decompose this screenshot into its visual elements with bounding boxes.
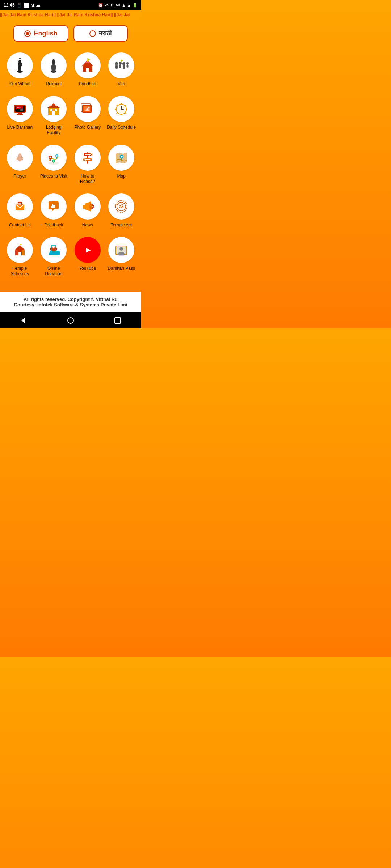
svg-rect-17 xyxy=(115,65,118,69)
gmail-icon: M xyxy=(31,3,34,7)
svg-text:ॐ: ॐ xyxy=(119,204,124,209)
cloud-icon: ☁ xyxy=(36,3,40,8)
status-bar: 12:45 📱 M ☁ ⏰ VoLTE 5G ▲ ▲ 🔋 xyxy=(0,0,141,10)
feedback-icon-circle xyxy=(41,193,67,220)
svg-rect-87 xyxy=(18,203,21,205)
places-icon-circle xyxy=(41,145,67,171)
grid-item-news[interactable]: News xyxy=(71,190,104,232)
svg-line-57 xyxy=(117,112,118,114)
time-display: 12:45 xyxy=(4,3,15,8)
svg-point-47 xyxy=(88,107,89,109)
ticker-text: ||Jai Jai Ram Krishna Hari|| ||Jai Jai R… xyxy=(0,12,130,17)
shri-vitthal-label: Shri Vitthal xyxy=(9,81,30,87)
daily-schedule-label: Daily Schedule xyxy=(107,125,136,131)
pandhari-icon-circle xyxy=(75,52,101,78)
how-to-reach-label: How to Reach? xyxy=(73,174,102,185)
english-lang-btn[interactable]: English xyxy=(13,25,68,42)
photo-gallery-icon xyxy=(80,101,95,116)
grid-item-feedback[interactable]: Feedback xyxy=(38,190,70,232)
svg-rect-29 xyxy=(17,114,23,115)
grid-item-shri-vitthal[interactable]: Shri Vitthal xyxy=(4,49,36,91)
nav-recent-btn[interactable] xyxy=(110,313,125,328)
grid-item-lodging[interactable]: Lodging Facility xyxy=(38,92,70,140)
marathi-lang-btn[interactable]: मराठी xyxy=(73,25,128,42)
prayer-icon-circle xyxy=(7,145,33,171)
svg-marker-98 xyxy=(20,244,22,245)
svg-rect-100 xyxy=(22,250,25,255)
ticker-bar: ||Jai Jai Ram Krishna Hari|| ||Jai Jai R… xyxy=(0,10,141,20)
grid-item-youtube[interactable]: YouTube xyxy=(71,233,104,281)
grid-item-online-donation[interactable]: Online Donation xyxy=(38,233,70,281)
grid-item-contact-us[interactable]: Contact Us xyxy=(4,190,36,232)
rukmini-label: Rukmini xyxy=(46,81,62,87)
whatsapp-icon: 📱 xyxy=(17,3,22,8)
grid-item-live-darshan[interactable]: LIVE Live Darshan xyxy=(4,92,36,140)
vari-label: Vari xyxy=(118,81,125,87)
svg-point-70 xyxy=(53,160,54,162)
temple-act-icon-circle: ॐ xyxy=(108,193,134,220)
svg-point-83 xyxy=(121,156,123,157)
footer-line1: All rights reserved. Copyright © Vitthal… xyxy=(6,297,135,302)
grid-item-temple-act[interactable]: ॐ Temple Act xyxy=(105,190,138,232)
pandhari-label: Pandhari xyxy=(79,81,96,87)
svg-marker-73 xyxy=(91,153,92,156)
grid-item-how-to-reach[interactable]: How to Reach? xyxy=(71,141,104,188)
grid-item-map[interactable]: Map xyxy=(105,141,138,188)
prayer-icon xyxy=(12,150,28,165)
svg-point-22 xyxy=(126,62,129,64)
svg-marker-35 xyxy=(47,103,60,108)
svg-line-54 xyxy=(117,105,118,106)
svg-point-20 xyxy=(122,62,125,65)
daily-schedule-icon-circle xyxy=(108,96,134,122)
status-right: ⏰ VoLTE 5G ▲ ▲ 🔋 xyxy=(98,3,138,8)
volte-icon: VoLTE xyxy=(105,3,114,7)
menu-grid: Shri Vitthal Rukmini xyxy=(0,45,141,284)
grid-item-darshan-pass[interactable]: Darshan Pass xyxy=(105,233,138,281)
grid-item-daily-schedule[interactable]: Daily Schedule xyxy=(105,92,138,140)
svg-rect-36 xyxy=(50,109,52,111)
svg-rect-39 xyxy=(51,105,52,106)
pandhari-icon xyxy=(80,58,95,73)
grid-item-temple-schemes[interactable]: Temple Schemes xyxy=(4,233,36,281)
grid-item-places[interactable]: Places to Visit xyxy=(38,141,70,188)
news-label: News xyxy=(82,222,93,228)
grid-item-prayer[interactable]: Prayer xyxy=(4,141,36,188)
temple-schemes-label: Temple Schemes xyxy=(5,266,35,277)
svg-rect-19 xyxy=(119,65,121,68)
how-to-reach-icon-circle xyxy=(75,145,101,171)
svg-marker-107 xyxy=(21,318,25,323)
online-donation-icon xyxy=(46,242,61,258)
youtube-icon xyxy=(80,242,95,258)
live-darshan-label: Live Darshan xyxy=(7,125,33,131)
svg-rect-28 xyxy=(18,113,22,114)
svg-rect-109 xyxy=(115,318,121,323)
feedback-label: Feedback xyxy=(44,222,63,228)
nav-home-btn[interactable] xyxy=(63,313,78,328)
grid-item-rukmini[interactable]: Rukmini xyxy=(38,49,70,91)
grid-item-photo-gallery[interactable]: Photo Gallery xyxy=(71,92,104,140)
rukmini-icon-circle xyxy=(41,52,67,78)
svg-marker-25 xyxy=(121,60,123,61)
alarm-icon: ⏰ xyxy=(98,3,103,8)
darshan-pass-label: Darshan Pass xyxy=(108,266,135,272)
daily-schedule-icon xyxy=(114,101,129,116)
darshan-pass-icon-circle xyxy=(108,237,134,263)
grid-item-vari[interactable]: Vari xyxy=(105,49,138,91)
svg-rect-23 xyxy=(127,64,129,68)
grid-item-pandhari[interactable]: Pandhari xyxy=(71,49,104,91)
svg-point-105 xyxy=(119,247,123,251)
svg-point-5 xyxy=(19,58,21,59)
footer: All rights reserved. Copyright © Vitthal… xyxy=(0,292,141,312)
svg-rect-106 xyxy=(118,255,124,256)
square-icon xyxy=(24,3,29,8)
live-darshan-icon: LIVE xyxy=(12,101,28,116)
shri-vitthal-icon-circle xyxy=(7,52,33,78)
vari-icon-circle xyxy=(108,52,134,78)
svg-rect-40 xyxy=(55,105,56,106)
temple-schemes-icon xyxy=(12,242,28,258)
svg-point-33 xyxy=(21,109,22,111)
nav-back-btn[interactable] xyxy=(16,313,31,328)
temple-schemes-icon-circle xyxy=(7,237,33,263)
svg-point-88 xyxy=(20,205,20,205)
youtube-icon-circle xyxy=(75,237,101,263)
